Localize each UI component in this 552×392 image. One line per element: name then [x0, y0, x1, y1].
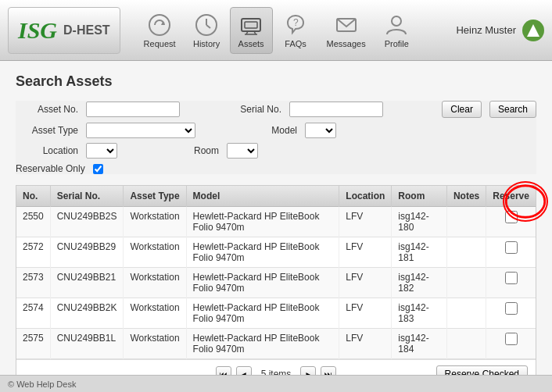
cell-no: 2572	[16, 237, 50, 268]
first-page-button[interactable]: ⏮	[216, 366, 231, 375]
table-row: 2573 CNU249BB21 Workstation Hewlett-Pack…	[16, 268, 536, 298]
assets-icon	[238, 12, 263, 37]
history-icon	[194, 12, 219, 37]
cell-model: Hewlett-Packard HP EliteBook Folio 9470m	[186, 207, 339, 237]
logo-isg: ISG	[18, 17, 57, 44]
user-avatar-icon[interactable]	[522, 20, 544, 41]
nav-item-request[interactable]: Request	[136, 8, 184, 53]
asset-no-input[interactable]	[86, 102, 180, 117]
nav-item-profile[interactable]: Profile	[375, 8, 418, 53]
reserve-checkbox-4[interactable]	[505, 333, 518, 345]
cell-serial: CNU249BB29	[50, 237, 124, 268]
table-row: 2575 CNU249BB1L Workstation Hewlett-Pack…	[16, 329, 536, 359]
prev-page-button[interactable]: ◄	[236, 366, 252, 375]
cell-model: Hewlett-Packard HP EliteBook Folio 9470m	[186, 298, 339, 329]
cell-location: LFV	[339, 268, 392, 298]
col-reserve: Reserve	[486, 186, 536, 207]
cell-notes	[446, 329, 486, 359]
user-area: Heinz Muster	[456, 20, 544, 41]
col-type: Asset Type	[124, 186, 186, 207]
cell-notes	[446, 237, 486, 268]
header: ISG D-HEST Request History Assets ? FAQ	[0, 0, 552, 61]
cell-serial: CNU249BB1L	[50, 329, 124, 359]
table-row: 2550 CNU249BB2S Workstation Hewlett-Pack…	[16, 207, 536, 237]
cell-model: Hewlett-Packard HP EliteBook Folio 9470m	[186, 329, 339, 359]
cell-location: LFV	[339, 207, 392, 237]
last-page-button[interactable]: ⏭	[321, 366, 336, 375]
asset-no-label: Asset No.	[16, 104, 78, 115]
next-page-button[interactable]: ►	[300, 366, 316, 375]
table-body: 2550 CNU249BB2S Workstation Hewlett-Pack…	[16, 207, 536, 359]
cell-notes	[446, 298, 486, 329]
messages-icon	[334, 12, 359, 37]
cell-location: LFV	[339, 298, 392, 329]
svg-point-0	[149, 15, 170, 35]
location-select[interactable]	[86, 143, 117, 159]
form-row-3: Location Room	[16, 143, 536, 159]
reserve-header-wrap: Reserve	[493, 191, 529, 201]
asset-type-select[interactable]	[86, 123, 195, 138]
form-row-1: Asset No. Serial No. Clear Search	[16, 101, 536, 118]
reserve-checked-button[interactable]: Reserve Checked	[436, 365, 528, 375]
cell-room: isg142-180	[392, 207, 447, 237]
nav-label-assets: Assets	[238, 39, 264, 48]
serial-no-label: Serial No.	[219, 104, 281, 115]
form-row-2: Asset Type Model	[16, 123, 536, 138]
nav-label-request: Request	[144, 39, 176, 48]
assets-table-container: No. Serial No. Asset Type Model Location…	[16, 185, 536, 375]
svg-rect-5	[245, 22, 257, 28]
cell-no: 2574	[16, 298, 50, 329]
model-label: Model	[235, 125, 297, 136]
cell-reserve	[486, 298, 536, 329]
nav-item-history[interactable]: History	[185, 8, 228, 53]
cell-location: LFV	[339, 237, 392, 268]
search-form: Asset No. Serial No. Clear Search Asset …	[16, 101, 536, 174]
col-room: Room	[392, 186, 447, 207]
reserve-checkbox-2[interactable]	[505, 272, 518, 284]
reserve-checkbox-1[interactable]	[505, 241, 518, 254]
col-model: Model	[186, 186, 339, 207]
nav-item-messages[interactable]: Messages	[319, 8, 374, 53]
table-row: 2572 CNU249BB29 Workstation Hewlett-Pack…	[16, 237, 536, 268]
col-location: Location	[339, 186, 392, 207]
cell-room: isg142-184	[392, 329, 447, 359]
serial-no-input[interactable]	[289, 102, 383, 117]
nav-bar: Request History Assets ? FAQs Messages	[136, 7, 457, 54]
model-select[interactable]	[305, 123, 336, 138]
reservable-only-label: Reservable Only	[16, 163, 85, 174]
assets-table: No. Serial No. Asset Type Model Location…	[16, 186, 536, 359]
reservable-only-checkbox[interactable]	[93, 164, 103, 174]
logo-dhest: D-HEST	[63, 23, 110, 37]
cell-type: Workstation	[124, 329, 186, 359]
main-content: Search Assets Asset No. Serial No. Clear…	[0, 61, 552, 375]
cell-reserve	[486, 207, 536, 237]
location-label: Location	[16, 145, 78, 156]
table-row: 2574 CNU249BB2K Workstation Hewlett-Pack…	[16, 298, 536, 329]
items-count: 5 items	[261, 369, 292, 375]
page-title: Search Assets	[16, 73, 536, 90]
cell-type: Workstation	[124, 237, 186, 268]
reserve-checkbox-3[interactable]	[505, 302, 518, 315]
reserve-checkbox-0[interactable]	[505, 211, 518, 223]
cell-serial: CNU249BB2K	[50, 298, 124, 329]
cell-room: isg142-182	[392, 268, 447, 298]
nav-label-profile: Profile	[385, 39, 409, 48]
pagination-row: ⏮ ◄ 5 items ► ⏭ Reserve Checked	[16, 359, 536, 375]
reserve-header-label: Reserve	[493, 191, 529, 201]
footer: © Web Help Desk	[0, 375, 552, 392]
faqs-icon: ?	[283, 12, 308, 37]
col-no: No.	[16, 186, 50, 207]
nav-item-assets[interactable]: Assets	[230, 7, 273, 54]
search-button[interactable]: Search	[489, 101, 536, 118]
cell-type: Workstation	[124, 298, 186, 329]
clear-button[interactable]: Clear	[442, 101, 482, 118]
cell-room: isg142-181	[392, 237, 447, 268]
table-header-row: No. Serial No. Asset Type Model Location…	[16, 186, 536, 207]
cell-room: isg142-183	[392, 298, 447, 329]
cell-reserve	[486, 237, 536, 268]
cell-location: LFV	[339, 329, 392, 359]
cell-model: Hewlett-Packard HP EliteBook Folio 9470m	[186, 268, 339, 298]
cell-notes	[446, 268, 486, 298]
nav-item-faqs[interactable]: ? FAQs	[274, 8, 317, 53]
room-select[interactable]	[227, 143, 258, 159]
